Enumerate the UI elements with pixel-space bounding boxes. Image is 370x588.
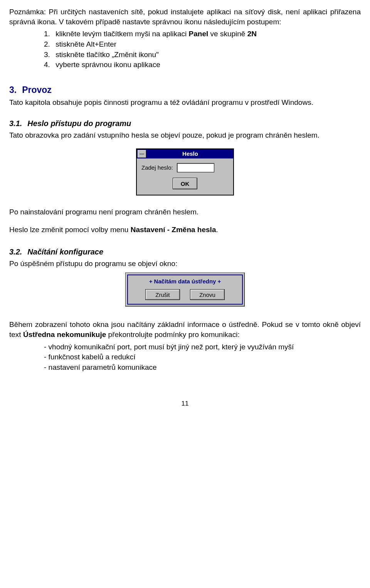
- password-dialog-titlebar: Heslo: [137, 149, 233, 158]
- comm-checklist: - vhodný komunikační port, port musí být…: [9, 342, 361, 372]
- sec3-paragraph: Tato kapitola obsahuje popis činnosti pr…: [9, 98, 361, 108]
- heading-3-1-num: 3.1.: [9, 118, 22, 129]
- heading-3-1: 3.1. Heslo přístupu do programu: [9, 118, 361, 129]
- heading-3-2-num: 3.2.: [9, 247, 22, 257]
- cancel-button[interactable]: Zrušit: [145, 289, 180, 300]
- loading-dialog-title: + Načítám data ústředny +: [131, 278, 239, 285]
- step-1: 1. klikněte levým tlačítkem myši na apli…: [44, 29, 361, 39]
- loading-dialog-frame: + Načítám data ústředny + Zrušit Znovu: [125, 273, 245, 307]
- again-button[interactable]: Znovu: [190, 289, 225, 300]
- heading-3-1-title: Heslo přístupu do programu: [27, 118, 131, 129]
- sec32-paragraph: Po úspěšném přístupu do programu se obje…: [9, 259, 361, 269]
- sec31-paragraph: Tato obrazovka pro zadání vstupního hesl…: [9, 130, 361, 140]
- control-menu-icon[interactable]: [138, 150, 146, 158]
- step-3: 3. stiskněte tlačítko „Změnit ikonu": [44, 50, 361, 60]
- password-dialog-title: Heslo: [147, 149, 233, 158]
- heading-3: 3. Provoz: [9, 84, 361, 96]
- ok-button[interactable]: OK: [173, 178, 198, 189]
- step-4: 4. vyberte správnou ikonu aplikace: [44, 60, 361, 70]
- bullet-2: - funkčnost kabelů a redukcí: [44, 352, 361, 362]
- heading-3-num: 3.: [9, 84, 17, 96]
- note-paragraph: Poznámka: Při určitých nastaveních sítě,…: [9, 7, 361, 27]
- note-text-2: takovém případě nastavte správnou ikonu …: [64, 18, 281, 26]
- bullet-1: - vhodný komunikační port, port musí být…: [44, 342, 361, 352]
- heading-3-title: Provoz: [22, 84, 52, 96]
- heading-3-2: 3.2. Načítání konfigurace: [9, 247, 361, 257]
- password-input[interactable]: [177, 163, 214, 172]
- note-steps-list: 1. klikněte levým tlačítkem myši na apli…: [9, 29, 361, 70]
- bullet-3: - nastavení parametrů komunikace: [44, 362, 361, 372]
- after31-p2: Heslo lze změnit pomocí volby menu Nasta…: [9, 225, 361, 235]
- after31-p1: Po nainstalování programu není program c…: [9, 207, 361, 217]
- loading-dialog: + Načítám data ústředny + Zrušit Znovu: [127, 275, 243, 305]
- page-number: 11: [9, 399, 361, 408]
- step-2: 2. stiskněte Alt+Enter: [44, 39, 361, 49]
- password-dialog: Heslo Zadej heslo: OK: [136, 148, 234, 195]
- after32-paragraph: Během zobrazení tohoto okna jsou načítán…: [9, 320, 361, 339]
- heading-3-2-title: Načítání konfigurace: [27, 247, 103, 257]
- password-label: Zadej heslo:: [141, 164, 173, 172]
